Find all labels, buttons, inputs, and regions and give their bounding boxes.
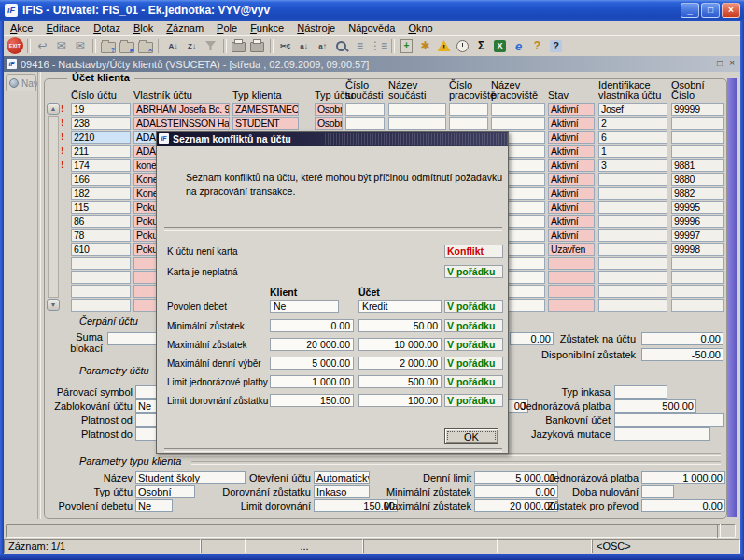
- personal-number-cell[interactable]: 9881: [671, 159, 724, 172]
- state-cell[interactable]: Aktivní: [548, 215, 595, 228]
- excel-icon[interactable]: X: [491, 38, 509, 54]
- disponibilni-zustatek-field[interactable]: -50.00: [641, 348, 723, 361]
- zustatek-pro-prevod-field[interactable]: 0.00: [641, 499, 725, 512]
- menu-item-editace[interactable]: Editace: [39, 21, 87, 35]
- nav-tab[interactable]: Nav: [6, 74, 36, 91]
- account-number-cell[interactable]: 19: [71, 103, 131, 116]
- owner-identification-cell[interactable]: [598, 229, 667, 242]
- owner-identification-cell[interactable]: [598, 285, 667, 298]
- owner-identification-cell[interactable]: 2: [598, 117, 667, 130]
- folder-query-icon[interactable]: ?: [99, 38, 117, 54]
- owner-identification-cell[interactable]: [598, 243, 667, 256]
- personal-number-cell[interactable]: 99998: [671, 243, 724, 256]
- clock-icon[interactable]: [454, 38, 471, 54]
- record-insert-icon[interactable]: a↓: [295, 38, 313, 54]
- personal-number-cell[interactable]: [671, 271, 724, 284]
- account-number-cell[interactable]: 115: [71, 201, 131, 214]
- owner-identification-cell[interactable]: [598, 215, 667, 228]
- close-button[interactable]: ×: [722, 3, 740, 18]
- state-cell[interactable]: Aktivní: [548, 117, 595, 130]
- mdi-titlebar[interactable]: iF 09416 - Nadstavby/Účty klientů (VSUCE…: [4, 56, 740, 72]
- personal-number-cell[interactable]: [671, 285, 724, 298]
- wheel-icon[interactable]: ✱: [416, 38, 434, 54]
- account-number-cell[interactable]: 174: [71, 159, 131, 172]
- account-number-cell[interactable]: 78: [71, 229, 131, 242]
- state-cell[interactable]: [548, 299, 595, 312]
- state-cell[interactable]: [548, 271, 595, 284]
- filter-icon[interactable]: [202, 38, 219, 54]
- table-scrollbar-track[interactable]: [48, 116, 59, 298]
- jednorazova-platba-field[interactable]: 500.00: [614, 399, 696, 413]
- exit-icon[interactable]: EXIT: [7, 37, 23, 54]
- browser-icon[interactable]: e: [510, 38, 527, 54]
- menu-item-napoveda[interactable]: Nápověda: [342, 21, 401, 35]
- minimize-button[interactable]: _: [681, 3, 699, 18]
- workplace-name-cell[interactable]: [491, 103, 545, 116]
- state-cell[interactable]: [548, 285, 595, 298]
- workplace-number-cell[interactable]: [449, 117, 488, 130]
- warning-icon[interactable]: !: [435, 38, 453, 54]
- sort-desc-icon[interactable]: Z↓: [183, 38, 201, 54]
- owner-identification-cell[interactable]: 3: [598, 159, 667, 172]
- undo-icon[interactable]: ↩: [34, 38, 51, 54]
- owner-identification-cell[interactable]: [598, 257, 667, 270]
- user-help-icon[interactable]: ?: [528, 38, 546, 54]
- owner-identification-cell[interactable]: Josef: [598, 103, 667, 116]
- menu-item-blok[interactable]: Blok: [127, 21, 160, 35]
- personal-number-cell[interactable]: [671, 299, 724, 312]
- personal-number-cell[interactable]: [671, 257, 724, 270]
- maximize-button[interactable]: □: [701, 3, 720, 18]
- suma-blokaci-field[interactable]: [107, 332, 158, 345]
- typ-inkasa-field[interactable]: [614, 385, 667, 399]
- menu-item-funkce[interactable]: Funkce: [244, 21, 290, 35]
- print-icon[interactable]: [230, 38, 247, 54]
- typ-uctu-field[interactable]: Osobní: [135, 485, 195, 498]
- owner-identification-cell[interactable]: 6: [598, 131, 667, 144]
- dorovnani-zustatku-field[interactable]: Inkaso: [314, 485, 370, 498]
- state-cell[interactable]: Aktivní: [548, 103, 595, 116]
- state-cell[interactable]: Aktivní: [548, 159, 595, 172]
- tree-icon[interactable]: ⋮≡: [370, 38, 387, 54]
- personal-number-cell[interactable]: 99996: [671, 215, 724, 228]
- personal-number-cell[interactable]: 9880: [671, 173, 724, 186]
- scroll-up-button[interactable]: ▲: [47, 103, 60, 115]
- owner-identification-cell[interactable]: [598, 173, 667, 186]
- form-scrollbar[interactable]: [727, 78, 737, 517]
- state-cell[interactable]: Uzavřen: [548, 243, 595, 256]
- help-icon[interactable]: ?: [547, 38, 565, 54]
- mdi-restore-button[interactable]: □: [717, 57, 723, 70]
- owner-identification-cell[interactable]: [598, 201, 667, 214]
- otevreni-uctu-field[interactable]: Automaticky: [314, 471, 370, 484]
- menu-item-zaznam[interactable]: Záznam: [160, 21, 210, 35]
- personal-number-cell[interactable]: [671, 145, 724, 158]
- account-number-cell[interactable]: [71, 271, 131, 284]
- jazykova-mutace-field[interactable]: [614, 427, 710, 441]
- client-type-cell[interactable]: STUDENT: [232, 117, 299, 130]
- state-cell[interactable]: Aktivní: [548, 201, 595, 214]
- account-type-cell[interactable]: Osobní: [315, 103, 343, 116]
- account-type-cell[interactable]: Osobní: [315, 117, 343, 130]
- ok-button[interactable]: OK: [444, 428, 498, 444]
- owner-identification-cell[interactable]: [598, 271, 667, 284]
- unit-number-cell[interactable]: [345, 117, 385, 130]
- owner-name-cell[interactable]: ABRHÁM Josefa Bc. 9999: [133, 103, 230, 116]
- jednorazova-platba-typ-field[interactable]: 1 000.00: [641, 471, 725, 484]
- workplace-number-cell[interactable]: [449, 103, 488, 116]
- personal-number-cell[interactable]: [671, 131, 724, 144]
- state-cell[interactable]: Aktivní: [548, 131, 595, 144]
- record-duplicate-icon[interactable]: a↑: [314, 38, 331, 54]
- account-number-cell[interactable]: 2210: [71, 131, 131, 144]
- mdi-close-button[interactable]: ×: [729, 57, 735, 70]
- menu-item-akce[interactable]: Akce: [4, 21, 39, 35]
- menu-item-dotaz[interactable]: Dotaz: [87, 21, 127, 35]
- client-type-cell[interactable]: ZAMESTANEC SK: [232, 103, 299, 116]
- state-cell[interactable]: Aktivní: [548, 173, 595, 186]
- account-number-cell[interactable]: [71, 257, 131, 270]
- zustatek-na-uctu-field[interactable]: 0.00: [641, 332, 723, 345]
- folder-execute-icon[interactable]: ▸: [118, 38, 135, 54]
- state-cell[interactable]: [548, 257, 595, 270]
- personal-number-cell[interactable]: [671, 117, 724, 130]
- unit-name-cell[interactable]: [388, 117, 446, 130]
- mail-send-icon[interactable]: ✉: [52, 38, 70, 54]
- owner-identification-cell[interactable]: 1: [598, 145, 667, 158]
